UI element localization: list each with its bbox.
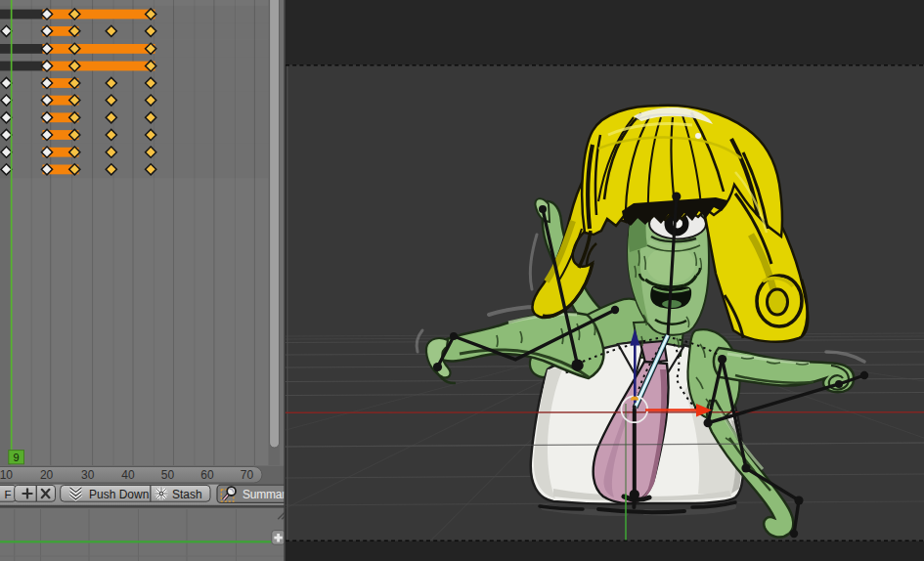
svg-text:70: 70 [241,468,254,482]
svg-text:50: 50 [161,468,175,482]
svg-text:10: 10 [0,468,13,482]
svg-text:9: 9 [14,452,20,463]
svg-text:F: F [4,489,11,500]
svg-text:30: 30 [81,468,95,482]
svg-text:Push Down: Push Down [89,488,149,501]
svg-text:Stash: Stash [172,488,202,501]
svg-text:60: 60 [200,468,214,482]
svg-text:40: 40 [121,468,135,482]
svg-text:20: 20 [40,468,54,482]
